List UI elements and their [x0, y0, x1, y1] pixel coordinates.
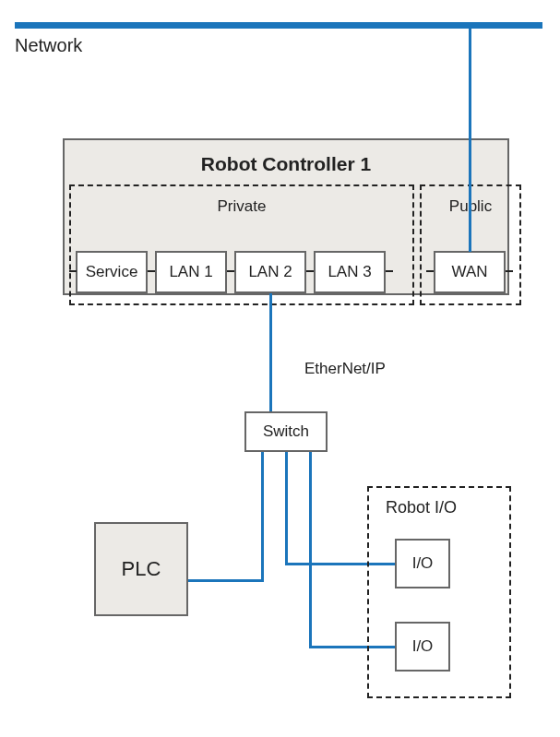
io-module-1: I/O	[395, 539, 450, 588]
ethernet-ip-label: EtherNet/IP	[304, 360, 386, 378]
io-module-2: I/O	[395, 622, 450, 672]
port-service: Service	[76, 251, 148, 293]
port-connector	[306, 270, 314, 272]
robot-controller-title: Robot Controller 1	[65, 153, 507, 175]
link-switch-io2	[309, 452, 312, 648]
link-switch-plc	[261, 452, 264, 581]
switch-box: Switch	[244, 411, 328, 452]
network-bar	[15, 22, 542, 29]
link-wan-network	[469, 29, 471, 252]
plc-box: PLC	[94, 522, 188, 616]
port-connector	[426, 270, 434, 272]
port-wan: WAN	[434, 251, 506, 293]
robot-io-label: Robot I/O	[386, 498, 457, 517]
link-switch-io1	[285, 452, 288, 565]
private-label: Private	[71, 197, 412, 216]
port-connector	[148, 270, 155, 272]
port-lan2: LAN 2	[234, 251, 306, 293]
port-connector	[69, 270, 77, 272]
link-lan2-switch	[269, 293, 272, 411]
link-switch-plc	[187, 579, 264, 582]
port-connector	[386, 270, 393, 272]
port-lan3: LAN 3	[314, 251, 386, 293]
port-connector	[227, 270, 234, 272]
port-connector	[506, 270, 513, 272]
port-lan1: LAN 1	[155, 251, 227, 293]
network-label: Network	[15, 35, 82, 56]
